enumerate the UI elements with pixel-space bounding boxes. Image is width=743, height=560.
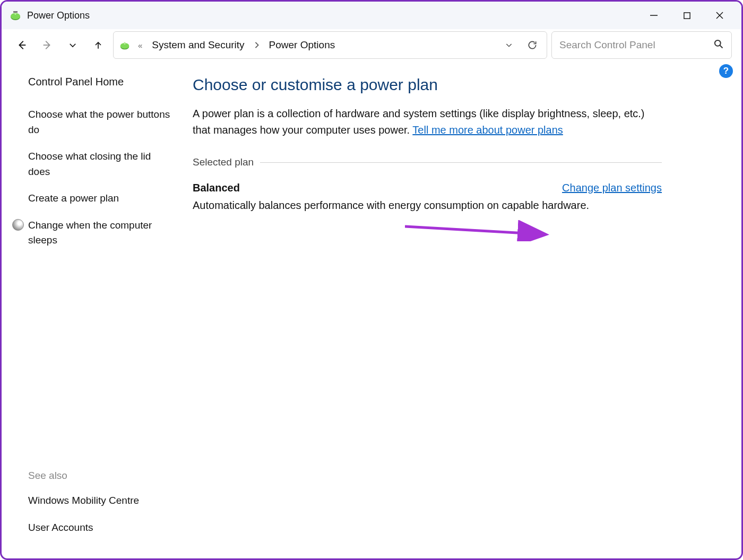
search-box[interactable] xyxy=(551,31,732,59)
current-page-indicator-icon xyxy=(12,219,24,231)
maximize-button[interactable] xyxy=(670,4,703,27)
main-panel: Choose or customise a power plan A power… xyxy=(182,61,736,558)
address-dropdown-button[interactable] xyxy=(500,36,518,54)
close-button[interactable] xyxy=(703,4,736,27)
plan-description: Automatically balances performance with … xyxy=(193,199,662,212)
svg-line-13 xyxy=(720,46,723,48)
minimize-button[interactable] xyxy=(637,4,670,27)
battery-address-icon xyxy=(119,39,131,51)
breadcrumb-overflow-icon[interactable]: « xyxy=(136,41,144,50)
titlebar: Power Options xyxy=(2,2,741,29)
window-frame: Power Options xyxy=(0,0,743,560)
sidebar: Control Panel Home Choose what the power… xyxy=(2,61,182,558)
window-title: Power Options xyxy=(27,10,90,21)
breadcrumb-item[interactable]: System and Security xyxy=(150,38,246,52)
svg-rect-11 xyxy=(124,42,126,45)
sidebar-link-power-buttons[interactable]: Choose what the power buttons do xyxy=(28,107,171,137)
refresh-button[interactable] xyxy=(523,36,541,54)
sidebar-link-closing-lid[interactable]: Choose what closing the lid does xyxy=(28,149,171,179)
up-button[interactable] xyxy=(88,34,109,56)
battery-app-icon xyxy=(9,9,22,22)
search-input[interactable] xyxy=(559,39,708,51)
sidebar-item-label: Change when the computer sleeps xyxy=(28,220,152,246)
sidebar-link-change-sleep[interactable]: Change when the computer sleeps xyxy=(28,218,171,248)
tell-me-more-link[interactable]: Tell me more about power plans xyxy=(412,124,563,136)
see-also-mobility-centre[interactable]: Windows Mobility Centre xyxy=(28,493,171,509)
address-bar[interactable]: « System and Security Power Options xyxy=(113,31,547,59)
see-also-user-accounts[interactable]: User Accounts xyxy=(28,520,171,536)
svg-rect-4 xyxy=(684,12,689,18)
plan-name: Balanced xyxy=(193,182,240,194)
forward-button[interactable] xyxy=(37,34,58,56)
page-heading: Choose or customise a power plan xyxy=(193,76,662,94)
chevron-right-icon xyxy=(252,41,262,50)
back-button[interactable] xyxy=(11,34,32,56)
svg-point-12 xyxy=(715,40,721,46)
see-also-heading: See also xyxy=(28,470,171,482)
breadcrumb-item[interactable]: Power Options xyxy=(267,38,338,52)
search-icon[interactable] xyxy=(713,39,724,51)
nav-row: « System and Security Power Options xyxy=(2,29,741,61)
section-divider xyxy=(260,162,662,163)
selected-plan-section-header: Selected plan xyxy=(193,156,662,168)
control-panel-home-link[interactable]: Control Panel Home xyxy=(28,76,171,88)
page-description: A power plan is a collection of hardware… xyxy=(193,106,662,138)
plan-row: Balanced Change plan settings xyxy=(193,182,662,194)
recent-locations-button[interactable] xyxy=(62,34,83,56)
content-area: ? Control Panel Home Choose what the pow… xyxy=(2,61,741,558)
change-plan-settings-link[interactable]: Change plan settings xyxy=(562,182,662,194)
section-label: Selected plan xyxy=(193,156,254,168)
help-button[interactable]: ? xyxy=(719,64,733,78)
sidebar-link-create-plan[interactable]: Create a power plan xyxy=(28,191,171,206)
